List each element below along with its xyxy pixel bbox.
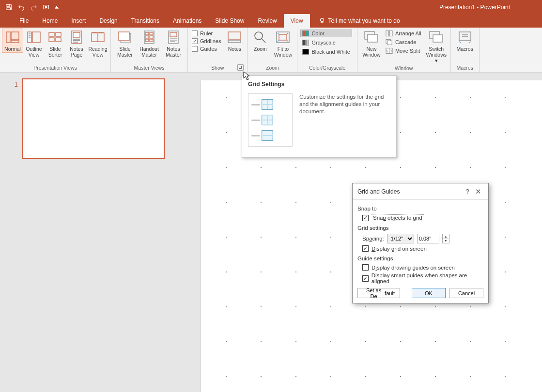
spacing-fraction-select[interactable]: 1/12": [387, 234, 414, 243]
group-label-master-views: Master Views: [113, 64, 186, 72]
svg-rect-23: [150, 36, 153, 38]
start-from-beginning-icon[interactable]: [41, 1, 52, 13]
ruler-checkbox[interactable]: Ruler: [192, 30, 221, 36]
zoom-icon: [252, 30, 268, 45]
tab-view[interactable]: View: [284, 14, 310, 28]
display-grid-checkbox[interactable]: ✓Display grid on screen: [357, 244, 483, 253]
handout-master-button[interactable]: Handout Master: [137, 29, 161, 59]
display-drawing-guides-checkbox[interactable]: Display drawing guides on screen: [357, 263, 483, 271]
tab-home[interactable]: Home: [35, 14, 64, 28]
svg-rect-42: [459, 32, 471, 41]
new-window-icon: [364, 30, 379, 45]
handout-master-icon: [141, 30, 157, 45]
dialog-help-button[interactable]: ?: [462, 188, 473, 195]
group-label-show: Show: [190, 64, 245, 72]
slide-thumbnail-pane: 1: [0, 73, 191, 392]
ribbon-tabs: File Home Insert Design Transitions Anim…: [0, 14, 542, 28]
svg-rect-6: [11, 32, 19, 40]
group-zoom: Zoom Fit to Window Zoom: [248, 28, 297, 72]
macros-button[interactable]: Macros: [453, 29, 477, 53]
arrange-all-button[interactable]: Arrange All: [385, 30, 422, 37]
show-launcher[interactable]: [237, 64, 244, 71]
snap-objects-checkbox[interactable]: ✓Snap objects to grid: [357, 213, 483, 222]
tooltip-description: Customize the settings for the grid and …: [299, 93, 390, 147]
notes-page-icon: [69, 30, 84, 45]
svg-rect-13: [56, 38, 61, 42]
spacing-row: Spacing: 1/12" ▲▼: [357, 233, 483, 244]
lightbulb-icon: [319, 17, 325, 24]
notes-page-button[interactable]: Notes Page: [66, 29, 87, 59]
save-icon[interactable]: [3, 1, 15, 13]
notes-master-icon: [166, 30, 181, 45]
group-label-colorg: Color/Grayscale: [299, 64, 355, 72]
slide-master-icon: [117, 30, 133, 45]
group-presentation-views: Normal Outline View Slide Sorter Notes P…: [0, 28, 111, 72]
dialog-title: Grid and Guides: [357, 188, 400, 195]
spacing-spinner[interactable]: ▲▼: [442, 234, 449, 243]
spacing-decimal-input[interactable]: [417, 234, 439, 243]
svg-rect-8: [28, 32, 31, 43]
svg-rect-25: [150, 39, 153, 42]
slide-thumbnail-1[interactable]: [22, 78, 165, 159]
guides-checkbox[interactable]: Guides: [192, 46, 221, 52]
slide-sorter-icon: [47, 30, 63, 45]
svg-rect-7: [11, 41, 19, 43]
slide-master-button[interactable]: Slide Master: [113, 29, 137, 59]
svg-rect-41: [433, 35, 443, 42]
move-split-button[interactable]: Move Split: [385, 47, 422, 55]
tab-animations[interactable]: Animations: [166, 14, 208, 28]
grid-settings-tooltip: Grid Settings Customize the settings for…: [242, 75, 397, 158]
ok-button[interactable]: OK: [412, 288, 446, 298]
dialog-close-button[interactable]: ✕: [473, 187, 483, 196]
set-as-default-button[interactable]: Set as Default: [357, 288, 400, 298]
zoom-button[interactable]: Zoom: [249, 29, 271, 53]
normal-button[interactable]: Normal: [2, 29, 23, 53]
svg-rect-32: [279, 34, 287, 40]
tooltip-title: Grid Settings: [242, 76, 396, 90]
qat-customize-icon[interactable]: [53, 1, 60, 13]
tell-me[interactable]: Tell me what you want to do: [310, 14, 400, 28]
cascade-button[interactable]: Cascade: [385, 38, 422, 46]
group-window: New Window Arrange All Cascade Move Spli…: [357, 28, 451, 72]
gridlines-checkbox[interactable]: ✓Gridlines: [192, 38, 221, 44]
fit-to-window-button[interactable]: Fit to Window: [271, 29, 295, 59]
display-smart-guides-checkbox[interactable]: ✓Display smart guides when shapes are al…: [357, 271, 483, 285]
svg-point-30: [255, 32, 263, 40]
notes-master-button[interactable]: Notes Master: [161, 29, 186, 59]
redo-icon[interactable]: [28, 1, 40, 13]
svg-rect-34: [368, 34, 377, 42]
tab-slideshow[interactable]: Slide Show: [208, 14, 251, 28]
normal-view-icon: [5, 30, 20, 45]
tab-design[interactable]: Design: [93, 14, 124, 28]
grayscale-button[interactable]: Grayscale: [300, 39, 352, 46]
tab-transitions[interactable]: Transitions: [124, 14, 166, 28]
tooltip-preview-icon: [248, 93, 293, 147]
switch-windows-button[interactable]: Switch Windows ▾: [424, 29, 449, 64]
new-window-button[interactable]: New Window: [359, 29, 384, 59]
slide-sorter-button[interactable]: Slide Sorter: [45, 29, 66, 59]
notes-button[interactable]: Notes: [224, 29, 245, 53]
spacing-label: Spacing:: [362, 236, 384, 241]
group-macros: Macros Macros: [451, 28, 480, 72]
black-white-button[interactable]: Black and White: [300, 48, 352, 56]
quick-access-toolbar: [3, 1, 60, 13]
notes-icon: [227, 30, 242, 45]
svg-rect-5: [6, 32, 10, 43]
tab-review[interactable]: Review: [251, 14, 283, 28]
group-label-macros: Macros: [453, 64, 477, 72]
svg-rect-20: [145, 32, 149, 35]
window-title: Presentation1 - PowerPoint: [439, 4, 539, 11]
tab-file[interactable]: File: [13, 14, 35, 28]
svg-rect-29: [228, 40, 241, 43]
color-button[interactable]: Color: [300, 30, 352, 37]
dialog-titlebar[interactable]: Grid and Guides ? ✕: [353, 183, 488, 200]
cancel-button[interactable]: Cancel: [449, 288, 483, 298]
undo-icon[interactable]: [15, 1, 27, 13]
outline-view-button[interactable]: Outline View: [23, 29, 45, 59]
reading-view-button[interactable]: Reading View: [87, 29, 108, 59]
macros-icon: [457, 30, 473, 45]
tab-insert[interactable]: Insert: [64, 14, 93, 28]
svg-rect-36: [389, 30, 392, 36]
grid-settings-section: Grid settings: [357, 225, 483, 231]
svg-rect-2: [7, 7, 11, 9]
